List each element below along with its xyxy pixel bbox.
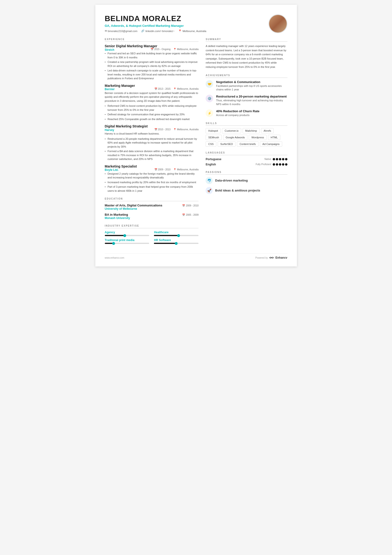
expertise-bar (105, 243, 150, 244)
skill-tag: CSS (206, 141, 216, 147)
expertise-dot (175, 242, 178, 245)
calendar-icon: 📅 (150, 48, 153, 51)
calendar-icon: 📅 (182, 213, 185, 216)
contact-row: ✉ bmoralez210@gmail.com 🔗 linkedin.com/~… (105, 29, 264, 32)
achievement-title: 40% Reduction of Churn Rate (216, 110, 259, 113)
job-bullets: Reformed CMS to boost content production… (105, 104, 199, 121)
lang-dot-4 (282, 163, 284, 166)
industry-expertise-divider (105, 228, 199, 228)
bullet-item: Created a new partnership program with l… (105, 60, 199, 68)
job-bullets: Restructured a 20-people marketing depar… (105, 137, 199, 161)
expertise-fill (105, 243, 114, 244)
job-company: Boyle Ltd. (105, 168, 119, 172)
industry-expertise-title: INDUSTRY EXPERTISE (105, 225, 199, 227)
language-dots (273, 158, 287, 161)
job-date: 📅 2009 - 2010 (154, 168, 171, 171)
powered-by-text: Powered by (255, 256, 268, 259)
languages-section: LANGUAGES Portuguese Native (206, 151, 287, 166)
edu-degree: BA in Marketing (105, 213, 130, 216)
achievement-content: Restructured a 20-person marketing depar… (216, 95, 287, 106)
skill-tag: Ad Campaigns (260, 141, 282, 147)
expertise-bar (154, 235, 199, 236)
footer-website: www.enhancv.com (105, 256, 124, 259)
job-company: Bernier (105, 88, 115, 91)
job-date: 📅 2015 - Ongoing (150, 48, 171, 51)
experience-title: EXPERIENCE (105, 38, 199, 41)
candidate-photo (268, 14, 287, 33)
lang-dot-2 (276, 163, 278, 166)
language-right: Fully Proficient (256, 163, 287, 166)
edu-degree: Master of Arts, Digital Communications (105, 204, 163, 207)
achievement-desc: Facilitated partnerships with top 8 US s… (216, 84, 287, 92)
job-title: Marketing Specialist (105, 164, 199, 168)
lang-dot-1 (273, 163, 275, 166)
job-date: 📅 2013 - 2015 (154, 88, 171, 90)
email-contact: ✉ bmoralez210@gmail.com (105, 29, 137, 32)
passion-item: 🐬 Data-driven marketing (206, 177, 287, 184)
edu-row: Master of Arts, Digital Communications U… (105, 204, 199, 211)
achievement-item: 🤝 Negotiation & Communication Facilitate… (206, 80, 287, 92)
passions-title: PASSIONS (206, 171, 287, 174)
header-left: BELINDA MORALEZ GA, Adwords, & Hubspot C… (105, 14, 264, 32)
job-location: 📍 Melbourne, Australia (173, 168, 199, 171)
bullet-item: Defined strategy for communication that … (105, 112, 199, 117)
education-divider (105, 201, 199, 201)
expertise-label: Traditonal print media (105, 239, 150, 242)
resume-container: BELINDA MORALEZ GA, Adwords, & Hubspot C… (95, 5, 297, 266)
header: BELINDA MORALEZ GA, Adwords, & Hubspot C… (105, 14, 287, 33)
skills-title: SKILLS (206, 122, 287, 124)
expertise-label: Agency (105, 231, 150, 234)
edu-item: Master of Arts, Digital Communications U… (105, 204, 199, 211)
achievement-desc: Across all company products (216, 113, 259, 117)
right-column: SUMMARY A skilled marketing manager with… (206, 38, 287, 249)
expertise-dot (123, 234, 126, 237)
achievements-section: ACHIEVEMENTS 🤝 Negotiation & Communicati… (206, 74, 287, 117)
expertise-fill (105, 235, 125, 236)
education-title: EDUCATION (105, 197, 199, 200)
calendar-icon: 📅 (154, 88, 157, 90)
job-description: Bernier consists of a decision support s… (105, 91, 199, 103)
expertise-dot (112, 242, 115, 245)
summary-text: A skilled marketing manager with 12 year… (206, 44, 287, 69)
edu-meta: 📅 2009 - 2010 (182, 204, 199, 207)
enhancv-logo-icon (269, 256, 274, 259)
skills-divider (206, 125, 287, 126)
job-title: Digital Marketing Strategist (105, 124, 199, 128)
candidate-title: GA, Adwords, & Hubspot Certified Marketi… (105, 24, 264, 28)
expertise-label: Healthcare (154, 231, 199, 234)
achievement-icon: 🤝 (206, 80, 213, 88)
pin-icon: 📍 (173, 168, 176, 171)
language-item: English Fully Proficient (206, 163, 287, 166)
bullet-item: Formed and led an SEO and link-building … (105, 51, 199, 59)
skill-tag: Google Adwords (223, 135, 248, 140)
skill-tag: Mailchimp (242, 128, 260, 133)
edu-item: BA in Marketing Monash University 📅 2005… (105, 213, 199, 220)
job-title: Senior Digital Marketing Manager (105, 44, 199, 48)
job-meta: 📅 2015 - Ongoing 📍 Melbourne, Australia (150, 48, 199, 51)
summary-divider (206, 42, 287, 42)
passion-icon: 🚀 (206, 187, 213, 194)
expertise-bar (105, 235, 150, 236)
expertise-dot (177, 234, 180, 237)
calendar-icon: 📅 (154, 128, 157, 131)
achievement-item: ⚡ 40% Reduction of Churn Rate Across all… (206, 110, 287, 117)
experience-section: EXPERIENCE Senior Digital Marketing Mana… (105, 38, 199, 193)
pin-icon: 📍 (173, 128, 176, 131)
footer: www.enhancv.com Powered by Enhancv (105, 253, 287, 259)
passions-section: PASSIONS 🐬 Data-driven marketing 🚀 Bold … (206, 171, 287, 194)
candidate-name: BELINDA MORALEZ (105, 14, 264, 23)
lang-dot-5 (285, 158, 287, 161)
language-level: Native (264, 158, 271, 161)
job-bullets: Formed and led an SEO and link-building … (105, 51, 199, 80)
education-section: EDUCATION Master of Arts, Digital Commun… (105, 197, 199, 220)
summary-section: SUMMARY A skilled marketing manager with… (206, 38, 287, 69)
job-bullets: Designed 2 yearly catalogs for the forei… (105, 172, 199, 193)
skills-section: SKILLS Hubspot Customer.io Mailchimp Ahr… (206, 122, 287, 147)
achievement-content: Negotiation & Communication Facilitated … (216, 80, 287, 92)
passion-text: Data-driven marketing (215, 179, 248, 182)
bullet-item: Reformed CMS to boost content production… (105, 104, 199, 112)
skill-tag: Hubspot (206, 128, 221, 133)
edu-row: BA in Marketing Monash University 📅 2005… (105, 213, 199, 220)
summary-title: SUMMARY (206, 38, 287, 41)
expertise-fill (154, 235, 178, 236)
